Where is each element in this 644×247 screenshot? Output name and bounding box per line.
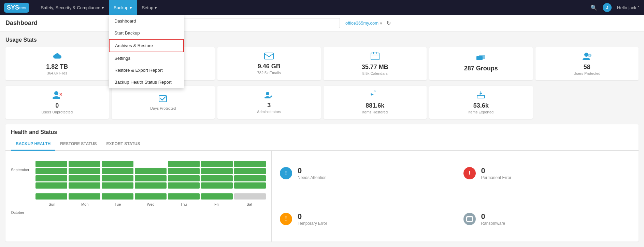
email-icon [264, 53, 274, 61]
restore-icon [371, 91, 380, 101]
stat-storage: 1.82 TB 364.6k Files [5, 47, 109, 80]
svg-text:+: + [270, 95, 272, 98]
temporary-error-count: 0 [298, 212, 327, 221]
main-content: Usage Stats 1.82 TB 364.6k Files 9.46 GB… [0, 31, 644, 247]
chart-x-labels: Sun Mon Tue Wed Thu Fri Sat [35, 202, 266, 206]
ransomware-count: 0 [481, 212, 505, 221]
status-needs-attention: ! 0 Needs Attention [272, 151, 455, 196]
x-label-wed: Wed [134, 202, 167, 206]
ransomware-icon [463, 213, 476, 225]
x-label-mon: Mon [68, 202, 101, 206]
health-section: Health and Status BACKUP HEALTH RESTORE … [5, 124, 639, 242]
domain-selector[interactable]: office365my.com [345, 20, 378, 26]
stat-users-protected: + 58 Users Protected [535, 47, 639, 80]
temporary-error-label: Temporary Error [298, 221, 327, 226]
needs-attention-icon: ! [280, 167, 292, 179]
month-october: October [11, 210, 24, 215]
x-label-thu: Thu [167, 202, 200, 206]
ransomware-label: Ransomware [481, 221, 505, 226]
usage-stats-title: Usage Stats [5, 37, 639, 43]
nav-right: 🔍 J Hello jack ˅ [590, 3, 640, 12]
user-greeting[interactable]: Hello jack ˅ [617, 5, 640, 10]
backup-dropdown: Dashboard Start Backup Archives & Restor… [109, 15, 184, 88]
svg-point-20 [264, 96, 271, 98]
exported-label: Items Exported [468, 110, 493, 114]
dropdown-settings[interactable]: Settings [109, 52, 184, 64]
temporary-error-icon: ! [280, 213, 292, 225]
refresh-icon[interactable]: ↻ [386, 20, 391, 26]
status-panels: ! 0 Needs Attention ! 0 Permanent Error [272, 151, 639, 242]
health-tabs: BACKUP HEALTH RESTORE STATUS EXPORT STAT… [5, 138, 639, 151]
calendar-icon [371, 52, 380, 62]
svg-rect-24 [467, 217, 473, 221]
storage-value: 1.82 TB [46, 63, 68, 70]
needs-attention-label: Needs Attention [298, 175, 327, 180]
svg-text:+: + [589, 54, 590, 57]
users-unprotected-icon: ✕ [52, 91, 62, 101]
tab-backup-health[interactable]: BACKUP HEALTH [11, 138, 55, 151]
temporary-error-info: 0 Temporary Error [298, 212, 327, 226]
svg-rect-10 [479, 55, 485, 59]
x-label-tue: Tue [101, 202, 134, 206]
nav-setup[interactable]: Setup ▾ [137, 0, 162, 15]
days-protected-label: Days Protected [150, 106, 176, 110]
backup-chart: September October [5, 151, 272, 242]
top-navigation: SYS cloud Safety, Security & Compliance … [0, 0, 644, 15]
admin-label: Administrators [257, 110, 281, 114]
stat-calendars: 35.77 MB 8.5k Calendars [324, 47, 427, 80]
chart-grid [35, 161, 266, 200]
dropdown-health-report[interactable]: Backup Health Status Report [109, 76, 184, 88]
stat-administrators: + 3 Administrators [217, 86, 321, 119]
month-september: September [11, 168, 29, 172]
permanent-error-icon: ! [463, 167, 476, 179]
svg-rect-4 [264, 53, 273, 59]
dropdown-restore-export[interactable]: Restore & Export Report [109, 64, 184, 76]
users-protected-icon: + [582, 52, 592, 62]
admin-icon: + [264, 91, 274, 100]
status-temporary-error: ! 0 Temporary Error [272, 196, 455, 242]
health-body: September October [5, 151, 639, 242]
needs-attention-info: 0 Needs Attention [298, 166, 327, 180]
users-protected-value: 58 [584, 64, 590, 71]
checkmark-icon [159, 95, 168, 104]
calendars-value: 35.77 MB [362, 64, 388, 71]
status-ransomware: 0 Ransomware [455, 196, 639, 242]
dropdown-dashboard[interactable]: Dashboard [109, 15, 184, 27]
permanent-error-label: Permanent Error [481, 175, 512, 180]
dropdown-archives-restore[interactable]: Archives & Restore [109, 39, 184, 52]
stat-days-protected: Days Protected [112, 86, 215, 119]
status-permanent-error: ! 0 Permanent Error [455, 151, 639, 196]
stat-items-restored: 881.6k Items Restored [324, 86, 427, 119]
stat-items-exported: 53.6k Items Exported [429, 86, 533, 119]
stat-users-unprotected: ✕ 0 Users Unprotected [5, 86, 109, 119]
groups-icon [476, 55, 486, 64]
stat-emails: 9.46 GB 782.5k Emails [217, 47, 321, 80]
nav-backup[interactable]: Backup ▾ [109, 0, 137, 15]
svg-point-12 [583, 58, 590, 60]
search-icon[interactable]: 🔍 [590, 4, 597, 11]
nav-safety[interactable]: Safety, Security & Compliance ▾ [36, 0, 109, 15]
stats-row-2: ✕ 0 Users Unprotected Days Protected + 3… [5, 86, 639, 119]
x-label-sun: Sun [35, 202, 68, 206]
svg-rect-5 [371, 53, 379, 60]
svg-rect-22 [477, 95, 485, 98]
admin-value: 3 [267, 102, 271, 109]
user-avatar: J [603, 3, 612, 12]
email-label: 782.5k Emails [257, 71, 281, 75]
health-title: Health and Status [5, 124, 639, 135]
dropdown-start-backup[interactable]: Start Backup [109, 27, 184, 39]
x-label-sat: Sat [233, 202, 266, 206]
logo[interactable]: SYS cloud [4, 3, 29, 13]
tab-export-status[interactable]: EXPORT STATUS [102, 138, 145, 151]
email-value: 9.46 GB [258, 63, 281, 70]
tab-restore-status[interactable]: RESTORE STATUS [55, 138, 101, 151]
domain-dropdown-arrow[interactable]: ▾ [380, 20, 382, 26]
svg-point-19 [266, 92, 269, 95]
storage-label: 364.6k Files [47, 71, 67, 75]
sub-header: Dashboard office365my.com ▾ ↻ [0, 15, 644, 31]
cloud-icon [52, 52, 62, 62]
unprotected-value: 0 [55, 102, 59, 109]
stat-groups: 287 Groups [429, 47, 533, 80]
groups-value: 287 Groups [464, 65, 498, 72]
unprotected-label: Users Unprotected [41, 110, 73, 114]
